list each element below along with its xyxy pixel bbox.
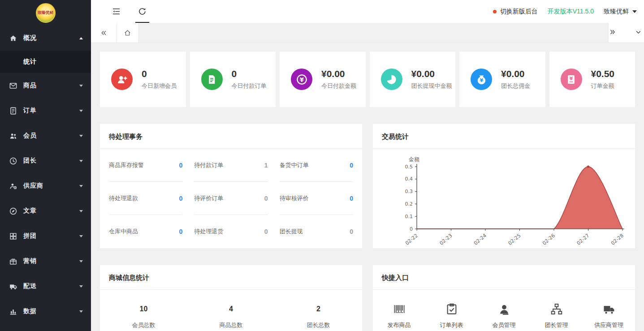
brand-logo[interactable]: 致臻优鲜 (0, 0, 91, 26)
pending-item-value[interactable]: 0 (179, 195, 183, 202)
article-icon (9, 207, 17, 215)
tabs-scroll-right-button[interactable] (609, 28, 618, 38)
sidebar-item-articles[interactable]: 文章 (0, 198, 91, 224)
quick-entry-label: 会员管理 (493, 321, 516, 329)
stat-info: ¥0.00今日付款金额 (321, 69, 356, 90)
quick-entry-order-list[interactable]: 订单列表 (425, 302, 478, 329)
order-list-icon (445, 302, 458, 316)
quick-entry-grid: 发布商品订单列表会员管理团长管理供应商管理 (373, 290, 635, 329)
tabs-menu-button[interactable] (635, 28, 644, 38)
mall-stat: 2团长总数 (275, 305, 362, 329)
goods-icon (9, 82, 17, 90)
switch-new-backend-link[interactable]: 切换新版后台 (500, 8, 538, 16)
pending-item-value[interactable]: 0 (264, 195, 268, 202)
stat-info: ¥0.50订单金额 (591, 69, 615, 90)
sidebar-item-suppliers[interactable]: 供应商 (0, 173, 91, 198)
svg-text:¥: ¥ (299, 76, 304, 83)
collapse-sidebar-icon[interactable] (112, 7, 121, 16)
pending-item-value[interactable]: 0 (179, 162, 183, 169)
svg-text:¥: ¥ (480, 77, 483, 83)
quick-entry-supplier-truck[interactable]: 供应商管理 (583, 302, 635, 329)
pending-item-value[interactable]: 1 (264, 162, 268, 169)
pending-item-label: 待处理退货 (194, 228, 223, 236)
sidebar-item-goods[interactable]: 商品 (0, 73, 91, 98)
stat-card-1: 0今日付款订单 (190, 52, 276, 107)
quick-entry-member-manage[interactable]: 会员管理 (478, 302, 530, 329)
data-icon (9, 307, 17, 316)
pending-item-value[interactable]: 0 (179, 228, 183, 235)
pending-item: 待处理退款0 (109, 182, 182, 215)
stat-card-3: ¥0.00团长提现中金额 (370, 52, 456, 107)
sidebar-item-delivery[interactable]: 配送 (0, 274, 91, 299)
chevron-down-icon (79, 185, 83, 187)
mall-stat-label: 会员总数 (100, 321, 187, 329)
pending-item-label: 商品库存报警 (109, 161, 144, 169)
pending-item-value[interactable]: 0 (350, 228, 353, 235)
pending-item-label: 待付款订单 (194, 161, 223, 169)
sidebar-item-label: 团长 (23, 157, 37, 165)
sidebar-item-overview[interactable]: 概况 (0, 26, 91, 51)
stat-value: ¥0.50 (591, 69, 615, 79)
stat-value: ¥0.00 (321, 69, 356, 79)
sidebar-subitem-stats[interactable]: 统计 (0, 51, 91, 73)
status-dot-icon (493, 10, 497, 13)
money-bag-icon: ¥ (471, 69, 492, 90)
pending-item-value[interactable]: 0 (350, 195, 353, 202)
refresh-icon[interactable] (138, 7, 147, 16)
sidebar-item-groupbuy[interactable]: 拼团 (0, 224, 91, 249)
home-tab[interactable] (117, 23, 138, 43)
sidebar-item-label: 拼团 (23, 232, 37, 240)
stat-label: 今日新增会员 (142, 82, 177, 90)
quick-entry-label: 订单列表 (440, 321, 463, 329)
main-column: 切换新版后台 开发版本V11.5.0 致臻优鲜 0今日新增会员0今日付款订单¥¥… (91, 0, 644, 331)
barcode-icon (393, 302, 406, 316)
sidebar-item-label: 会员 (23, 132, 37, 140)
sidebar-item-members[interactable]: 会员 (0, 123, 91, 148)
svg-text:0: 0 (410, 226, 413, 232)
pending-item: 仓库中商品0 (109, 215, 182, 248)
chevron-down-icon (79, 210, 83, 212)
stat-info: 0今日新增会员 (142, 69, 177, 90)
stat-label: 今日付款金额 (321, 82, 356, 90)
sidebar-item-orders[interactable]: 订单 (0, 98, 91, 123)
chevron-down-icon (79, 110, 83, 112)
pending-tasks-grid: 商品库存报警0待付款订单1备货中订单0待处理退款0待评价订单0待审核评价0仓库中… (100, 149, 362, 248)
yen-ring-icon: ¥ (291, 69, 312, 90)
sidebar-item-label: 文章 (23, 207, 37, 215)
account-menu[interactable]: 致臻优鲜 (604, 8, 637, 16)
pending-item-label: 团长提现 (280, 228, 303, 236)
brand-logo-text: 致臻优鲜 (38, 10, 54, 16)
leader-icon (9, 157, 17, 165)
pie-icon (381, 69, 402, 90)
content-area: 0今日新增会员0今日付款订单¥¥0.00今日付款金额¥0.00团长提现中金额¥¥… (91, 43, 644, 331)
mall-stat: 10会员总数 (100, 305, 187, 329)
mall-stats-grid: 10会员总数4商品总数2团长总数 (100, 290, 362, 329)
stat-value: 0 (142, 69, 177, 79)
svg-text:02-23: 02-23 (439, 232, 454, 246)
doc-lines-icon (201, 69, 223, 90)
chevron-down-icon (79, 235, 83, 237)
tabs-scroll-left-button[interactable] (91, 23, 117, 43)
pending-item-value[interactable]: 0 (264, 228, 268, 235)
pending-item-label: 仓库中商品 (109, 228, 138, 236)
quick-entry-panel: 快捷入口 发布商品订单列表会员管理团长管理供应商管理 (373, 265, 635, 331)
stat-label: 订单金额 (591, 82, 615, 90)
middle-panels: 待处理事务 商品库存报警0待付款订单1备货中订单0待处理退款0待评价订单0待审核… (100, 124, 635, 248)
sidebar-item-marketing[interactable]: 营销 (0, 249, 91, 274)
quick-entry-barcode[interactable]: 发布商品 (373, 302, 425, 329)
pending-item: 团长提现0 (280, 215, 353, 248)
pending-item-value[interactable]: 0 (350, 162, 353, 169)
chevron-down-icon (79, 135, 83, 137)
chevron-down-icon (79, 310, 83, 313)
pending-item: 商品库存报警0 (109, 149, 182, 182)
sidebar-item-leaders[interactable]: 团长 (0, 148, 91, 173)
mall-stat-value: 4 (187, 305, 275, 313)
quick-entry-leader-tree[interactable]: 团长管理 (530, 302, 583, 329)
svg-text:02-27: 02-27 (576, 232, 591, 246)
sidebar-item-label: 配送 (23, 282, 37, 290)
user-plus-icon (111, 69, 133, 90)
pending-item: 待审核评价0 (280, 182, 353, 215)
sidebar-item-data[interactable]: 数据 (0, 299, 91, 324)
version-link[interactable]: 开发版本V11.5.0 (548, 8, 594, 16)
tabbar-controls (608, 23, 644, 43)
